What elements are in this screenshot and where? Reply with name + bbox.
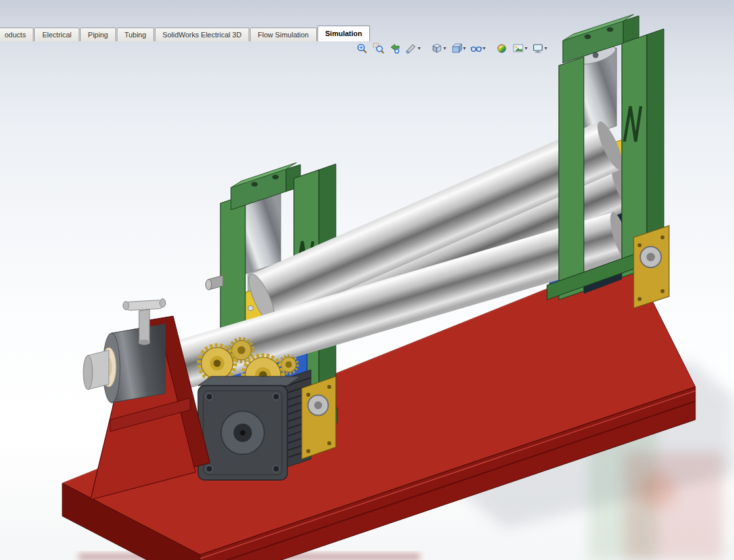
bearing-plate-right[interactable] (634, 226, 669, 308)
tab-label: Flow Simulation (258, 31, 309, 39)
dropdown-caret-icon: ▾ (483, 46, 485, 51)
tab-piping[interactable]: Piping (80, 28, 116, 41)
tab-label: Tubing (125, 31, 146, 39)
previous-view-icon[interactable] (388, 42, 402, 55)
hide-show-items-icon[interactable]: ▾ (469, 42, 487, 55)
outboard-bearing-support[interactable] (83, 299, 210, 500)
solidworks-window: oducts Electrical Piping Tubing SolidWor… (0, 0, 734, 560)
apply-scene-icon[interactable]: ▾ (511, 42, 529, 55)
edit-appearance-icon[interactable] (495, 42, 509, 55)
tab-solidworks-electrical-3d[interactable]: SolidWorks Electrical 3D (155, 28, 249, 41)
view-settings-icon[interactable]: ▾ (531, 42, 548, 55)
tab-label: SolidWorks Electrical 3D (163, 31, 241, 39)
bearing-plate-left[interactable] (302, 376, 336, 459)
dropdown-caret-icon: ▾ (418, 46, 420, 51)
tab-label: Piping (88, 31, 108, 39)
heads-up-view-toolbar: ▾ ▾ ▾ ▾ (355, 42, 548, 55)
dropdown-caret-icon: ▾ (544, 46, 547, 51)
tab-label: Simulation (325, 30, 362, 37)
section-view-icon[interactable]: ▾ (404, 42, 422, 55)
graphics-area[interactable] (0, 0, 734, 560)
tab-tubing[interactable]: Tubing (117, 28, 154, 41)
zoom-to-area-icon[interactable] (371, 42, 386, 55)
stepper-motor[interactable] (198, 370, 311, 480)
dropdown-caret-icon: ▾ (525, 46, 527, 51)
tab-flow-simulation[interactable]: Flow Simulation (250, 28, 317, 41)
command-manager-tabs: oducts Electrical Piping Tubing SolidWor… (0, 25, 371, 41)
zoom-to-fit-icon[interactable] (355, 42, 369, 55)
dropdown-caret-icon: ▾ (443, 46, 446, 51)
display-style-icon[interactable]: ▾ (449, 42, 467, 55)
tab-label: Electrical (42, 31, 71, 39)
dropdown-caret-icon: ▾ (463, 46, 466, 51)
tab-office-products[interactable]: oducts (0, 28, 33, 41)
tab-electrical[interactable]: Electrical (34, 28, 79, 41)
view-orientation-icon[interactable]: ▾ (430, 42, 447, 55)
tab-label: oducts (5, 31, 26, 39)
tab-simulation[interactable]: Simulation (317, 26, 370, 41)
